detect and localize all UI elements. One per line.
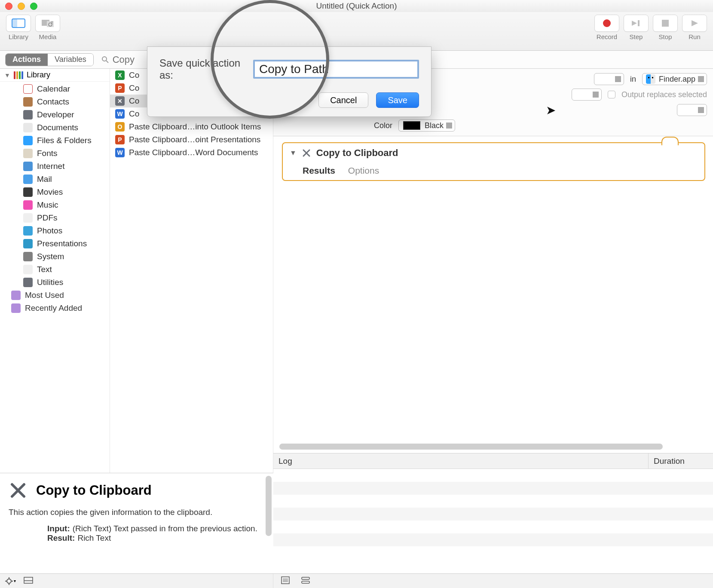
action-list-item[interactable]: PPaste Clipboard…oint Presentations bbox=[110, 133, 273, 146]
library-item[interactable]: Documents bbox=[0, 121, 110, 134]
svg-point-7 bbox=[7, 579, 11, 583]
result-value: Rich Text bbox=[77, 533, 111, 543]
log-view-icon[interactable] bbox=[281, 576, 290, 586]
library-item-label: Calendar bbox=[37, 84, 70, 94]
smart-folder-icon bbox=[11, 291, 21, 300]
category-icon bbox=[23, 84, 33, 94]
library-toggle-button[interactable] bbox=[6, 15, 31, 32]
library-item-label: Fonts bbox=[37, 149, 58, 158]
record-label: Record bbox=[597, 33, 617, 40]
app-icon: ✕ bbox=[115, 96, 125, 106]
svg-rect-18 bbox=[302, 577, 309, 579]
app-icon: W bbox=[115, 148, 125, 157]
app-icon: O bbox=[115, 122, 125, 132]
cancel-button[interactable]: Cancel bbox=[318, 92, 368, 108]
library-item[interactable]: Movies bbox=[0, 186, 110, 199]
svg-rect-4 bbox=[638, 20, 640, 26]
result-label: Result: bbox=[47, 533, 75, 543]
chevron-down-icon: ▼ bbox=[4, 72, 10, 79]
library-item[interactable]: Mail bbox=[0, 173, 110, 186]
save-sheet-label: Save quick action as: bbox=[159, 57, 247, 81]
tab-results[interactable]: Results bbox=[303, 165, 335, 176]
app-icon: W bbox=[115, 109, 125, 119]
duration-column-header[interactable]: Duration bbox=[649, 453, 713, 469]
description-scrollbar[interactable] bbox=[266, 476, 272, 536]
library-item[interactable]: Internet bbox=[0, 160, 110, 173]
receives-combo[interactable] bbox=[594, 73, 624, 85]
library-item[interactable]: PDFs bbox=[0, 211, 110, 224]
tab-options[interactable]: Options bbox=[348, 165, 379, 176]
color-combo[interactable]: Black bbox=[398, 119, 455, 132]
workflow-hscrollbar[interactable] bbox=[279, 444, 705, 450]
action-item-label: Co bbox=[129, 83, 139, 93]
library-item[interactable]: Developer bbox=[0, 108, 110, 121]
color-value: Black bbox=[425, 121, 444, 130]
library-smart-item[interactable]: Recently Added bbox=[0, 302, 110, 315]
application-combo[interactable]: Finder.app bbox=[642, 73, 707, 85]
library-item[interactable]: Photos bbox=[0, 224, 110, 237]
log-column-header[interactable]: Log bbox=[273, 453, 649, 469]
image-combo[interactable] bbox=[677, 104, 707, 116]
category-icon bbox=[23, 149, 33, 158]
library-item-label: System bbox=[37, 252, 64, 261]
workflow-view-icon[interactable] bbox=[301, 576, 310, 586]
svg-line-6 bbox=[106, 61, 108, 63]
library-item[interactable]: Files & Folders bbox=[0, 134, 110, 147]
library-item-label: PDFs bbox=[37, 213, 58, 223]
action-card-tabs: Results Options bbox=[283, 163, 704, 180]
segment-actions[interactable]: Actions bbox=[6, 54, 48, 66]
action-list-item[interactable]: WPaste Clipboard…Word Documents bbox=[110, 146, 273, 159]
action-item-label: Co bbox=[129, 70, 139, 80]
library-item[interactable]: Calendar bbox=[0, 83, 110, 95]
library-item-label: Photos bbox=[37, 226, 62, 236]
save-button[interactable]: Save bbox=[376, 92, 419, 108]
search-text: Copy bbox=[113, 54, 135, 65]
step-button[interactable] bbox=[624, 15, 649, 32]
stop-label: Stop bbox=[659, 33, 672, 40]
record-button[interactable] bbox=[594, 15, 619, 32]
gear-menu-icon[interactable]: ▾ bbox=[5, 577, 16, 585]
input-value: (Rich Text) Text passed in from the prev… bbox=[73, 524, 257, 533]
description-text: This action copies the given information… bbox=[9, 508, 265, 517]
application-combo-value: Finder.app bbox=[659, 75, 695, 84]
library-item[interactable]: Music bbox=[0, 199, 110, 211]
category-icon bbox=[23, 278, 33, 287]
workflow-action-card[interactable]: ▼ Copy to Clipboard Results Options bbox=[282, 142, 705, 181]
library-item-label: Files & Folders bbox=[37, 136, 92, 145]
stop-button[interactable] bbox=[653, 15, 678, 32]
input-label: Input: bbox=[47, 524, 70, 533]
segment-variables[interactable]: Variables bbox=[48, 54, 93, 66]
category-icon bbox=[23, 123, 33, 132]
description-toggle-icon[interactable] bbox=[24, 577, 33, 585]
media-button[interactable] bbox=[35, 15, 60, 32]
category-icon bbox=[23, 162, 33, 171]
action-item-label: Paste Clipboard…Word Documents bbox=[129, 148, 258, 157]
save-name-input[interactable] bbox=[253, 60, 419, 79]
step-label: Step bbox=[630, 33, 643, 40]
library-item[interactable]: Utilities bbox=[0, 276, 110, 289]
zoom-window-button[interactable] bbox=[30, 3, 37, 10]
search-field[interactable]: Copy bbox=[101, 54, 135, 65]
action-list-item[interactable]: OPaste Clipboard…into Outlook Items bbox=[110, 120, 273, 133]
library-item[interactable]: Text bbox=[0, 263, 110, 276]
library-item[interactable]: System bbox=[0, 250, 110, 263]
library-item[interactable]: Presentations bbox=[0, 237, 110, 250]
utilities-icon bbox=[9, 481, 28, 500]
svg-rect-19 bbox=[302, 581, 309, 583]
library-item-label: Developer bbox=[37, 110, 74, 119]
svg-rect-1 bbox=[12, 19, 17, 28]
input-combo[interactable] bbox=[572, 89, 602, 101]
status-bar: ▾ bbox=[0, 573, 713, 588]
output-replaces-checkbox[interactable] bbox=[608, 91, 615, 98]
library-item-label: Music bbox=[37, 200, 58, 210]
close-window-button[interactable] bbox=[5, 3, 12, 10]
library-item[interactable]: Fonts bbox=[0, 147, 110, 160]
action-item-label: Paste Clipboard…oint Presentations bbox=[129, 135, 260, 144]
library-smart-item[interactable]: Most Used bbox=[0, 289, 110, 302]
run-button[interactable] bbox=[682, 15, 707, 32]
category-icon bbox=[23, 97, 33, 107]
library-root[interactable]: ▼ Library bbox=[0, 69, 110, 82]
library-item[interactable]: Contacts bbox=[0, 95, 110, 108]
finder-icon bbox=[646, 74, 655, 84]
minimize-window-button[interactable] bbox=[18, 3, 25, 10]
